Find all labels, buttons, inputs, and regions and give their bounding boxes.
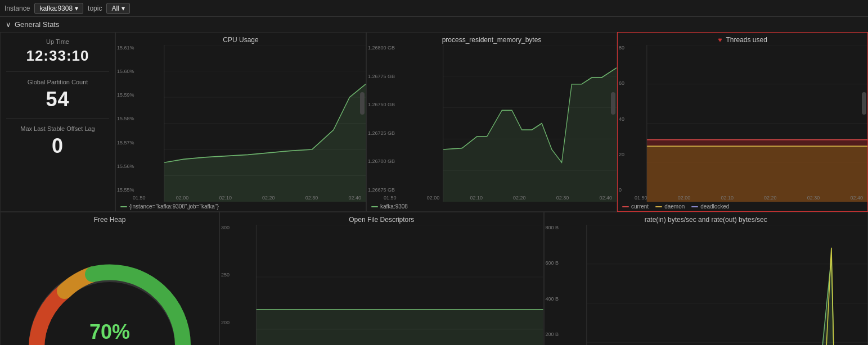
cpu-legend: {instance="kafka:9308",job="kafka"} <box>116 202 366 211</box>
offset-label: Max Last Stable Offset Lag <box>6 125 109 132</box>
files-chart-panel: Open File Descriptors 300250200150 01:50… <box>219 212 544 345</box>
threads-legend: current daemon deadlocked <box>618 202 867 211</box>
svg-marker-13 <box>443 68 617 202</box>
threads-legend-current: current <box>622 203 649 210</box>
cpu-legend-item: {instance="kafka:9308",job="kafka"} <box>120 203 219 210</box>
bytes-chart-title: rate(in) bytes/sec and rate(out) bytes/s… <box>545 212 868 225</box>
memory-legend-item: kafka:9308 <box>371 203 408 210</box>
svg-marker-21 <box>647 146 867 202</box>
uptime-value: 12:33:10 <box>6 47 109 65</box>
uptime-label: Up Time <box>6 38 109 45</box>
partition-value: 54 <box>6 88 109 111</box>
memory-chart-panel: process_resident_memory_bytes 1.26800 GB… <box>366 32 617 212</box>
threads-chart-panel: ♥ Threads used 806040200 <box>617 32 868 212</box>
svg-text:70%: 70% <box>89 320 130 343</box>
section-arrow: ∨ <box>6 20 11 29</box>
gauge-container: 70% <box>1 225 219 345</box>
topbar: Instance kafka:9308 ▾ topic All ▾ <box>0 0 868 17</box>
offset-value: 0 <box>6 134 109 158</box>
threads-scrollbar[interactable] <box>862 92 866 115</box>
memory-chart-title: process_resident_memory_bytes <box>367 33 617 45</box>
heap-chart-title: Free Heap <box>1 212 219 225</box>
divider1 <box>6 71 109 72</box>
memory-chart-area: 1.26800 GB1.26775 GB1.26750 GB1.26725 GB… <box>367 45 617 202</box>
files-chart-title: Open File Descriptors <box>220 212 543 225</box>
top-row: Up Time 12:33:10 Global Partition Count … <box>0 32 868 212</box>
cpu-scrollbar[interactable] <box>360 92 365 115</box>
section-header: ∨ General Stats <box>0 17 868 32</box>
stats-panel: Up Time 12:33:10 Global Partition Count … <box>0 32 115 212</box>
svg-marker-36 <box>586 257 867 345</box>
cpu-chart-title: CPU Usage <box>116 33 366 45</box>
files-chart-area: 300250200150 01:5002:0002:1002:2002:3002… <box>220 225 543 345</box>
topic-label: topic <box>88 4 102 12</box>
divider2 <box>6 118 109 119</box>
section-title: General Stats <box>15 20 60 29</box>
threads-legend-daemon: daemon <box>655 203 685 210</box>
cpu-chart-panel: CPU Usage 15.61%15.60%15.59%15.58%15.57%… <box>115 32 366 212</box>
bottom-row: Free Heap 70% Open File Descriptors <box>0 212 868 345</box>
threads-legend-deadlocked: deadlocked <box>691 203 729 210</box>
memory-scrollbar[interactable] <box>611 92 615 115</box>
partition-box: Global Partition Count 54 <box>6 79 109 111</box>
instance-dropdown[interactable]: kafka:9308 ▾ <box>34 3 83 14</box>
alert-icon: ♥ <box>718 36 722 44</box>
memory-legend: kafka:9308 <box>367 202 617 211</box>
bytes-chart-panel: rate(in) bytes/sec and rate(out) bytes/s… <box>544 212 869 345</box>
threads-chart-title: ♥ Threads used <box>618 33 867 45</box>
partition-label: Global Partition Count <box>6 79 109 85</box>
heap-chart-panel: Free Heap 70% <box>0 212 219 345</box>
cpu-chart-area: 15.61%15.60%15.59%15.58%15.57%15.56%15.5… <box>116 45 366 202</box>
threads-chart-area: 806040200 01:5002:0002:1002:2002:3002:40 <box>618 45 867 202</box>
instance-label: Instance <box>5 4 30 12</box>
svg-marker-29 <box>256 310 543 345</box>
bytes-chart-area: 800 B600 B400 B200 B0 B 01:5002:0002:100… <box>545 225 868 345</box>
topic-dropdown[interactable]: All ▾ <box>106 3 129 14</box>
offset-box: Max Last Stable Offset Lag 0 <box>6 125 109 158</box>
svg-marker-6 <box>164 84 366 202</box>
uptime-box: Up Time 12:33:10 <box>6 38 109 65</box>
